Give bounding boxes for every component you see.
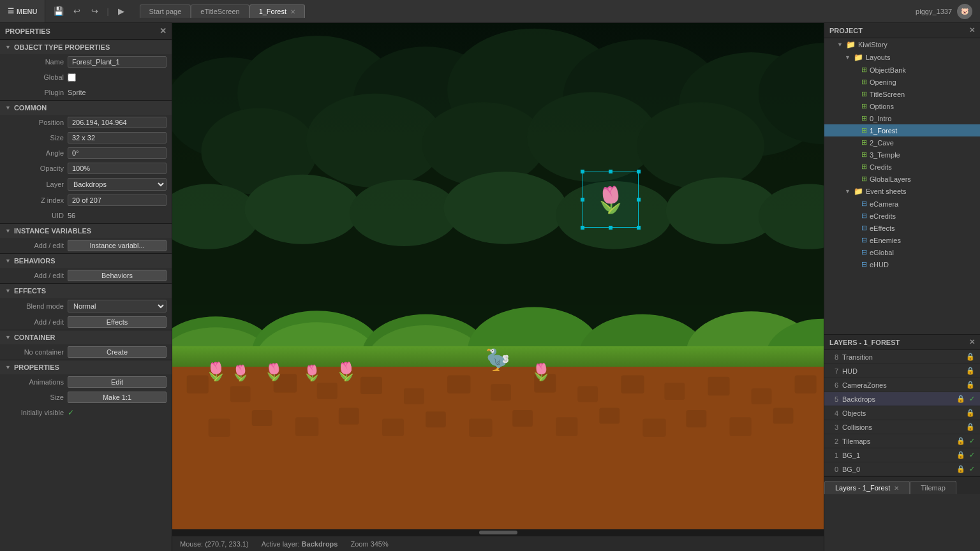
properties-title: PROPERTIES (5, 27, 50, 35)
section-label: CONTAINER (14, 334, 56, 341)
prop-size-row: Size 32 x 32 (0, 130, 172, 145)
instance-vars-button[interactable]: Instance variabl... (68, 240, 167, 251)
layer-name: Backdrops (842, 395, 953, 403)
tree-item-globallayers[interactable]: ⊞ GlobalLayers (824, 173, 980, 185)
tree-item-3temple[interactable]: ⊞ 3_Temple (824, 149, 980, 161)
section-object-type[interactable]: ▼ OBJECT TYPE PROPERTIES (0, 40, 172, 54)
canvas-scrollbar-bottom[interactable] (172, 529, 824, 536)
tree-item-0intro[interactable]: ⊞ 0_Intro (824, 112, 980, 124)
section-label: INSTANCE VARIABLES (14, 227, 91, 235)
instance-vars-label: Add / edit (13, 242, 64, 249)
bottom-tab-tilemap[interactable]: Tilemap (910, 481, 956, 494)
tree-item-kiwistory[interactable]: ▼ 📁 KiwiStory (824, 38, 980, 51)
tree-item-ecamera[interactable]: ⊟ eCamera (824, 198, 980, 210)
svg-rect-43 (664, 383, 685, 400)
visible-check-icon: ✓ (969, 465, 975, 473)
container-create-button[interactable]: Create (68, 346, 167, 358)
layer-row-6[interactable]: 6 CameraZones 🔒 (824, 378, 980, 392)
layer-row-8[interactable]: 8 Transition 🔒 (824, 350, 980, 364)
prop-size-value[interactable]: 32 x 32 (68, 132, 167, 143)
lock-icon: 🔒 (956, 451, 965, 459)
prop-opacity-row: Opacity 100% (0, 161, 172, 176)
tab-start-page[interactable]: Start page (140, 4, 191, 18)
section-instance-variables[interactable]: ▼ INSTANCE VARIABLES (0, 223, 172, 238)
size-make-button[interactable]: Make 1:1 (68, 392, 167, 403)
layer-row-7[interactable]: 7 HUD 🔒 (824, 364, 980, 378)
svg-rect-58 (686, 410, 706, 427)
prop-opacity-label: Opacity (13, 165, 64, 172)
prop-name-value[interactable]: Forest_Plant_1 (68, 56, 167, 68)
layer-row-4[interactable]: 4 Objects 🔒 (824, 406, 980, 420)
layer-row-0[interactable]: 0 BG_0 🔒 ✓ (824, 462, 980, 476)
tree-item-ehud[interactable]: ⊟ eHUD (824, 258, 980, 270)
tree-item-eenemies[interactable]: ⊟ eEnemies (824, 234, 980, 246)
tree-item-1forest[interactable]: ⊞ 1_Forest (824, 124, 980, 136)
toolbar-icons: 💾 ↩ ↪ | ▶ (45, 3, 134, 20)
bottom-tab-layers[interactable]: Layers - 1_Forest ✕ (824, 481, 910, 494)
tree-item-credits[interactable]: ⊞ Credits (824, 161, 980, 173)
section-behaviors[interactable]: ▼ BEHAVIORS (0, 253, 172, 268)
prop-opacity-value[interactable]: 100% (68, 163, 167, 174)
layer-row-3[interactable]: 3 Collisions 🔒 (824, 420, 980, 434)
handle-br[interactable] (637, 226, 641, 230)
handle-bl[interactable] (581, 226, 584, 230)
tree-item-ecredits[interactable]: ⊟ eCredits (824, 210, 980, 222)
svg-rect-41 (577, 386, 598, 402)
layer-row-2[interactable]: 2 Tilemaps 🔒 ✓ (824, 434, 980, 448)
handle-tl[interactable] (581, 170, 584, 173)
project-close-button[interactable]: ✕ (969, 26, 975, 34)
tree-label: TitleScreen (870, 91, 905, 98)
prop-blend-mode-select[interactable]: Normal (68, 300, 167, 312)
play-button[interactable]: ▶ (113, 3, 130, 20)
layers-panel-header: LAYERS - 1_FOREST ✕ (824, 335, 980, 350)
handle-bc[interactable] (609, 226, 612, 230)
tab-etitlescreen[interactable]: eTitleScreen (191, 4, 249, 18)
section-common[interactable]: ▼ COMMON (0, 100, 172, 115)
layer-num: 2 (829, 437, 838, 445)
handle-mr[interactable] (637, 198, 641, 202)
save-button[interactable]: 💾 (50, 3, 67, 20)
menu-button[interactable]: ☰ MENU (0, 0, 45, 22)
tab-close-icon[interactable]: ✕ (290, 8, 295, 15)
prop-layer-select[interactable]: Backdrops (68, 178, 167, 191)
visible-check-icon: ✓ (969, 437, 975, 445)
behaviors-button[interactable]: Behaviors (68, 270, 167, 281)
undo-button[interactable]: ↩ (68, 3, 85, 20)
scrollbar-thumb[interactable] (479, 531, 517, 534)
handle-tr[interactable] (637, 170, 641, 173)
layer-row-5[interactable]: 5 Backdrops 🔒 ✓ (824, 392, 980, 406)
tree-item-eeffects[interactable]: ⊟ eEffects (824, 222, 980, 234)
effects-button[interactable]: Effects (68, 316, 167, 328)
svg-rect-60 (773, 408, 794, 423)
animations-edit-button[interactable]: Edit (68, 376, 167, 388)
prop-position-value[interactable]: 206.194, 104.964 (68, 117, 167, 128)
bottom-tab-close-icon[interactable]: ✕ (894, 485, 899, 492)
tree-item-eventsheets[interactable]: ▼ 📁 Event sheets (824, 185, 980, 198)
tree-item-options[interactable]: ⊞ Options (824, 100, 980, 112)
redo-button[interactable]: ↪ (86, 3, 103, 20)
section-container[interactable]: ▼ CONTAINER (0, 330, 172, 344)
prop-zindex-value[interactable]: 20 of 207 (68, 195, 167, 206)
tree-item-titlescreen[interactable]: ⊞ TitleScreen (824, 88, 980, 100)
tree-item-2cave[interactable]: ⊞ 2_Cave (824, 136, 980, 149)
handle-tc[interactable] (609, 170, 612, 173)
canvas-area[interactable]: 🌷 🌷 🌷 🌷 🌷 🌷 🦤 (172, 23, 824, 536)
layer-row-1[interactable]: 1 BG_1 🔒 ✓ (824, 448, 980, 462)
tree-item-opening[interactable]: ⊞ Opening (824, 76, 980, 88)
tree-item-objectbank[interactable]: ⊞ ObjectBank (824, 64, 980, 76)
prop-angle-value[interactable]: 0° (68, 147, 167, 159)
section-effects[interactable]: ▼ EFFECTS (0, 283, 172, 298)
layer-name: Transition (842, 353, 962, 361)
section-properties-sub[interactable]: ▼ PROPERTIES (0, 360, 172, 374)
prop-global-checkbox[interactable] (68, 73, 76, 82)
handle-ml[interactable] (581, 198, 584, 202)
prop-size-make-row: Size Make 1:1 (0, 390, 172, 405)
layers-close-button[interactable]: ✕ (969, 338, 975, 346)
layout-icon: ⊞ (861, 90, 867, 98)
tree-label: eEnemies (870, 237, 901, 244)
tree-item-eglobal[interactable]: ⊟ eGlobal (824, 246, 980, 258)
properties-close-button[interactable]: ✕ (160, 26, 167, 36)
tree-item-layouts[interactable]: ▼ 📁 Layouts (824, 51, 980, 64)
svg-rect-54 (512, 410, 533, 427)
tab-1forest[interactable]: 1_Forest ✕ (249, 4, 305, 18)
